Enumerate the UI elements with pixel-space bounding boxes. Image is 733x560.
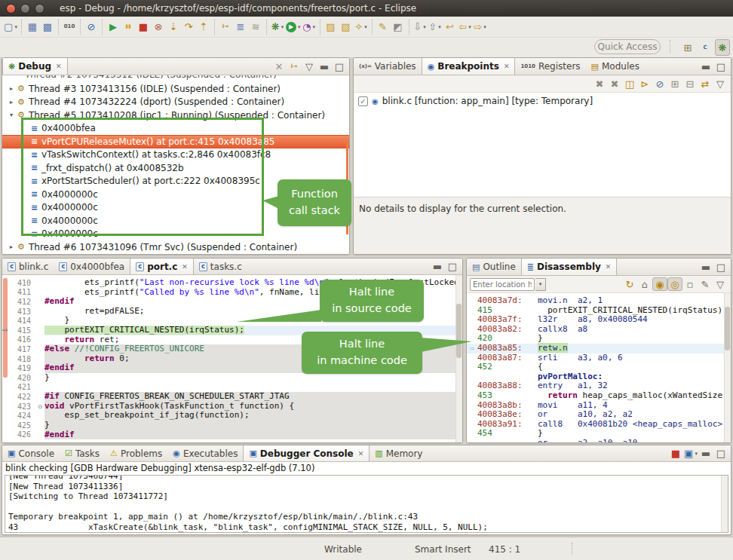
minimize-button[interactable] bbox=[20, 4, 30, 14]
close-tab-icon[interactable]: ✕ bbox=[56, 63, 62, 70]
show-breakpoints-for-icon[interactable]: ◫ bbox=[622, 77, 637, 90]
maximize-icon[interactable]: □ bbox=[445, 260, 460, 274]
open-type-icon[interactable]: ▨ bbox=[324, 19, 339, 35]
code-line[interactable]: 425} bbox=[2, 421, 462, 430]
mark-occurrences-icon[interactable]: ✎ bbox=[376, 19, 391, 35]
back-icon[interactable]: ⇦▾ bbox=[458, 19, 473, 35]
previous-annotation-icon[interactable]: ⇧▾ bbox=[428, 19, 443, 35]
dropdown-arrow-icon[interactable]: ▾ bbox=[364, 24, 367, 30]
refresh-icon[interactable]: ↻ bbox=[622, 277, 637, 291]
tree-expand-arrow-icon[interactable]: ▸ bbox=[7, 99, 16, 106]
editor-tab-tasks-c[interactable]: ctasks.c bbox=[194, 259, 247, 274]
suspend-icon[interactable]: ▮▮ bbox=[121, 19, 136, 35]
maximize-icon[interactable]: □ bbox=[332, 60, 347, 73]
disassembly-body[interactable]: 40083a7d:movi.n a2, 1415 portEXIT_CRITIC… bbox=[467, 293, 731, 442]
disassembly-scrollbar-thumb[interactable] bbox=[725, 307, 730, 350]
tree-expand-arrow-icon[interactable]: ▸ bbox=[7, 85, 16, 92]
variables-tab-modules[interactable]: ▤Modules bbox=[586, 58, 645, 75]
last-edit-location-icon[interactable]: ↩ bbox=[443, 19, 458, 35]
thread-row[interactable]: ▸⚙Thread #6 1073431096 (Tmr Svc) (Suspen… bbox=[2, 240, 349, 254]
show-debug-sources-icon[interactable]: ≣ bbox=[233, 19, 248, 35]
next-annotation-icon[interactable]: ⇩▾ bbox=[413, 19, 428, 35]
track-expression-icon[interactable]: ◉ bbox=[652, 277, 667, 291]
stack-frame-row[interactable]: ≡_frxt_dispatch() at 0x4008532b bbox=[2, 161, 349, 175]
code-line[interactable]: 424 esp_set_breakpoint_if_jtag(function)… bbox=[2, 411, 462, 421]
maximize-icon[interactable]: □ bbox=[713, 60, 728, 73]
code-line[interactable]: 423⊖void vPortFirstTaskHook(TaskFunction… bbox=[2, 402, 462, 412]
remove-launch-icon[interactable]: ■ bbox=[668, 447, 683, 461]
remove-all-terminated-icon[interactable]: ✕ bbox=[271, 60, 287, 73]
sync-with-context-icon[interactable]: ◎ bbox=[667, 277, 682, 291]
code-line[interactable]: 420} bbox=[2, 373, 462, 383]
instruction-stepping-mode-icon[interactable]: i→ bbox=[287, 60, 302, 73]
stack-frame-row[interactable]: ≡vTaskSwitchContext() at tasks.c:2,846 0… bbox=[2, 148, 349, 162]
thread-row[interactable]: ▸⚙Thread #4 1073432224 (dport) (Suspende… bbox=[2, 96, 349, 109]
breakpoint-row[interactable]: ✓ ◉ blink.c [function: app_main] [type: … bbox=[354, 93, 731, 109]
quick-access-button[interactable]: Quick Access bbox=[594, 39, 661, 54]
dropdown-arrow-icon[interactable]: ▾ bbox=[312, 24, 315, 30]
close-tab-icon[interactable]: ✕ bbox=[358, 450, 364, 457]
dropdown-arrow-icon[interactable]: ▾ bbox=[695, 451, 698, 457]
search-icon[interactable]: ✧▾ bbox=[354, 19, 369, 35]
breakpoint-checkbox[interactable]: ✓ bbox=[358, 96, 368, 106]
skip-all-breakpoints-icon[interactable]: ⊘ bbox=[652, 77, 667, 90]
remove-all-breakpoints-icon[interactable]: ✖ bbox=[607, 77, 622, 90]
disassembly-tab-outline[interactable]: ▤Outline bbox=[467, 259, 521, 275]
resume-icon[interactable]: ▶ bbox=[106, 19, 121, 35]
disassembly-line[interactable]: 40083a87:srli a3, a0, 6 bbox=[467, 353, 731, 363]
profile-icon[interactable]: ◔▾ bbox=[302, 19, 317, 35]
open-task-icon[interactable]: ▧ bbox=[339, 19, 354, 35]
save-icon[interactable]: ▦ bbox=[25, 19, 40, 35]
skip-all-breakpoints-icon[interactable]: ⊘ bbox=[84, 19, 99, 35]
disassembly-scrollbar[interactable] bbox=[724, 293, 731, 442]
variables-tab-breakpoints[interactable]: ◉Breakpoints✕ bbox=[422, 58, 516, 75]
dropdown-arrow-icon[interactable]: ▾ bbox=[298, 24, 301, 30]
editor-tab-blink-c[interactable]: cblink.c bbox=[2, 259, 54, 274]
step-over-icon[interactable]: ↷ bbox=[181, 19, 196, 35]
close-tab-icon[interactable]: ✕ bbox=[504, 63, 510, 70]
terminate-icon[interactable]: ■ bbox=[136, 19, 151, 35]
console-tab-console[interactable]: ▣Console bbox=[2, 445, 60, 461]
minimize-icon[interactable]: ▬ bbox=[698, 447, 713, 461]
maximize-button[interactable] bbox=[35, 4, 44, 14]
debug-perspective-icon[interactable]: ❋ bbox=[715, 39, 730, 56]
minimize-icon[interactable]: ▬ bbox=[698, 260, 713, 274]
expand-all-icon[interactable]: ⊞ bbox=[667, 77, 682, 90]
variables-tab-registers[interactable]: 1010Registers bbox=[515, 58, 585, 75]
thread-row[interactable]: ▾⚙Thread #5 1073410208 (ipc1 : Running) … bbox=[2, 109, 349, 122]
minimize-icon[interactable]: ▬ bbox=[698, 60, 713, 73]
console-tab-problems[interactable]: ⚠Problems bbox=[105, 445, 167, 461]
hide-instructions-icon[interactable]: ≋ bbox=[248, 19, 263, 35]
collapse-all-icon[interactable]: ⊟ bbox=[682, 77, 698, 90]
disassembly-line[interactable]: or a2, a10, a10 bbox=[467, 439, 731, 442]
run-icon[interactable]: ▶▾ bbox=[285, 19, 302, 35]
variables-tab-variables[interactable]: (x)=Variables bbox=[354, 58, 422, 75]
disassembly-tab-disassembly[interactable]: ≣Disassembly✕ bbox=[521, 259, 618, 275]
minimize-icon[interactable]: ▬ bbox=[430, 260, 445, 274]
forward-icon[interactable]: ⇨▾ bbox=[473, 19, 488, 35]
console-tab-executables[interactable]: ◉Executables bbox=[167, 445, 243, 461]
step-return-icon[interactable]: ⇡ bbox=[196, 19, 211, 35]
console-scrollbar[interactable] bbox=[721, 476, 728, 532]
editor-tab-port-c[interactable]: cport.c✕ bbox=[130, 259, 194, 274]
dropdown-arrow-icon[interactable]: ▾ bbox=[468, 24, 471, 30]
binary-file-icon[interactable]: 010 bbox=[62, 19, 77, 35]
editor-scrollbar[interactable] bbox=[455, 275, 462, 442]
stack-frame-row[interactable]: ≡0x4000000c bbox=[2, 228, 349, 241]
stack-frame-row[interactable]: ≡0x4000bfea bbox=[2, 122, 349, 136]
remove-breakpoint-icon[interactable]: ✖ bbox=[592, 77, 607, 90]
cpp-perspective-icon[interactable]: C bbox=[698, 39, 713, 56]
instruction-stepping-icon[interactable]: i→ bbox=[218, 19, 233, 35]
pin-view-icon[interactable]: ✎ bbox=[698, 277, 713, 291]
code-line[interactable]: 426#endif bbox=[2, 430, 462, 440]
console-tab-memory[interactable]: ▥Memory bbox=[370, 445, 428, 461]
show-whitespace-icon[interactable]: ◩ bbox=[391, 19, 406, 35]
console-output[interactable]: [New Thread 1073468744][New Thread 10734… bbox=[5, 475, 728, 533]
debug-icon[interactable]: ❋▾ bbox=[270, 19, 285, 35]
disconnect-icon[interactable]: ⊗ bbox=[151, 19, 166, 35]
close-tab-icon[interactable]: ✕ bbox=[182, 263, 188, 271]
goto-breakpoint-file-icon[interactable]: ⊳ bbox=[637, 77, 652, 90]
dropdown-arrow-icon[interactable]: ▾ bbox=[14, 24, 17, 30]
debug-tab-debug[interactable]: ❋Debug✕ bbox=[2, 58, 68, 75]
display-selected-console-icon[interactable]: ▣▾ bbox=[683, 447, 698, 461]
